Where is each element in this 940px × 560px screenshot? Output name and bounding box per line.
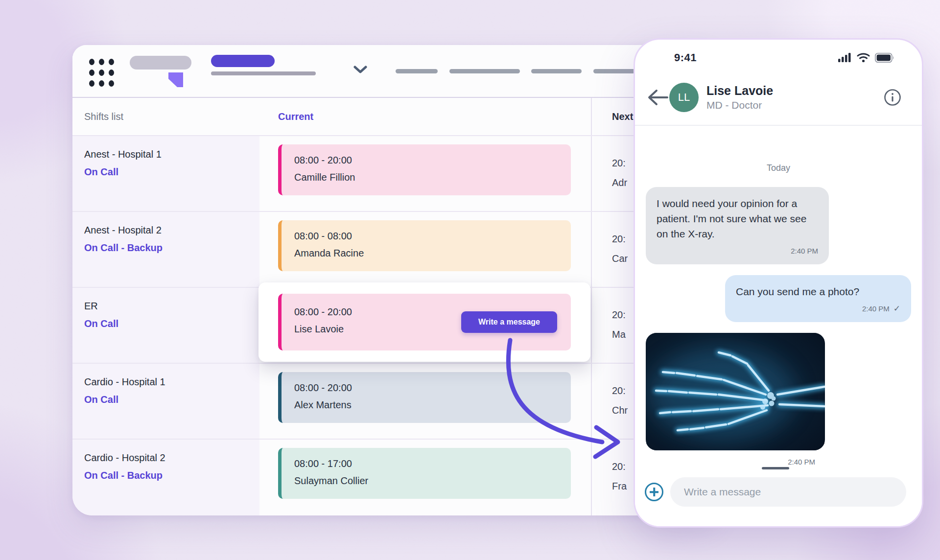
marketing-scene: Shifts list Current Next Anest - Hospita… [0,0,940,560]
chevron-down-icon[interactable] [353,66,367,74]
wifi-icon [857,53,870,63]
phone-mockup: 9:41 [634,38,923,528]
status-label: On Call [84,394,259,405]
status-time: 9:41 [674,51,697,64]
message-composer [635,467,922,526]
nav-placeholder-line [211,71,316,75]
shift-time: 08:00 - 08:00 [294,231,571,242]
status-label: On Call [84,318,259,329]
date-separator: Today [646,163,911,173]
shift-person: Camille Fillion [294,172,571,183]
unit-label: ER [84,301,259,312]
unit-label: Cardio - Hospital 1 [84,376,259,388]
outgoing-message-bubble: Can you send me a photo? 2:40 PM✓ [725,275,911,322]
unit-label: Anest - Hospital 2 [84,225,259,236]
column-header-current: Current [259,98,591,135]
message-input[interactable] [670,477,906,507]
message-time: 2:40 PM✓ [736,301,900,316]
read-check-icon: ✓ [893,301,900,316]
chat-header: LL Lise Lavoie MD - Doctor [635,83,922,112]
shift-card[interactable]: 08:00 - 20:00 Camille Fillion [278,144,571,195]
shifts-table-header: Shifts list Current Next [72,98,715,135]
back-arrow-icon[interactable] [647,89,668,106]
nav-placeholder-pill [130,56,191,70]
incoming-message-bubble: I would need your opinion for a patient.… [646,187,829,264]
drag-handle [762,467,789,469]
status-label: On Call - Backup [84,242,259,254]
status-label: On Call [84,166,259,178]
battery-icon [875,53,894,63]
column-header-shifts-list: Shifts list [72,98,259,135]
table-row-anest-hospital-1: Anest - Hospital 1 On Call 08:00 - 20:00… [72,135,715,211]
photo-message-time: 2:40 PM [646,458,825,466]
shift-person: Sulayman Collier [294,475,571,487]
table-row-anest-hospital-2: Anest - Hospital 2 On Call - Backup 08:0… [72,211,715,287]
menu-placeholder-bar [396,69,438,73]
unit-label: Anest - Hospital 1 [84,149,259,160]
add-attachment-button[interactable] [645,483,663,501]
message-text: I would need your opinion for a patient.… [657,198,806,239]
menu-placeholder-bar [531,69,582,73]
chat-thread: Today I would need your opinion for a pa… [635,163,922,466]
message-time: 2:40 PM [657,243,818,258]
menu-placeholder-bar [449,69,520,73]
shift-card[interactable]: 08:00 - 08:00 Amanda Racine [278,220,571,271]
shift-person: Amanda Racine [294,248,571,259]
unit-label: Cardio - Hospital 2 [84,452,259,464]
annotation-arrow [490,321,636,467]
contact-role: MD - Doctor [706,99,884,111]
app-header [72,45,715,98]
header-divider [635,125,922,126]
info-icon[interactable] [884,89,901,106]
message-text: Can you send me a photo? [736,286,859,297]
phone-status-bar: 9:41 [635,40,922,64]
hand-x-ray-photo[interactable] [646,333,825,450]
cellular-signal-icon [838,53,852,63]
active-nav-placeholder-pill [211,55,275,67]
app-launcher-grid-icon[interactable] [89,59,114,87]
shift-time: 08:00 - 20:00 [294,155,571,166]
avatar: LL [669,83,699,112]
status-label: On Call - Backup [84,470,259,481]
corner-arrow-icon [168,72,184,88]
contact-name: Lise Lavoie [706,84,884,98]
